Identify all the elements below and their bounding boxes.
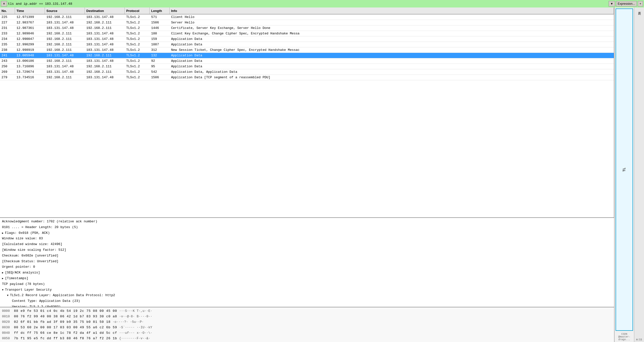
detail-line: [Checksum Status: Unverified] [2, 259, 612, 265]
table-row[interactable]: 23312.989846192.168.2.111183.131.147.48T… [0, 31, 614, 36]
packet-rows[interactable]: 22512.971399192.168.2.111183.131.147.48T… [0, 14, 614, 217]
detail-line[interactable]: Transport Layer Security [2, 287, 612, 293]
hex-offset: 0010 [2, 314, 12, 319]
packet-cell: 312 [150, 48, 170, 52]
table-row[interactable]: 22512.971399192.168.2.111183.131.147.48T… [0, 14, 614, 20]
table-row[interactable]: 25013.716896183.131.147.48192.168.2.111T… [0, 64, 614, 69]
watermark: CSDN @master-drago... [616, 333, 633, 341]
detail-line[interactable]: TLSv1.2 Record Layer: Application Data P… [2, 293, 612, 298]
detail-panel[interactable]: Acknowledgment number: 1702 (relative ac… [0, 218, 614, 307]
table-row[interactable]: 23812.998919192.168.2.111183.131.147.48T… [0, 47, 614, 53]
table-row[interactable]: 23512.990299192.168.2.111183.131.147.48T… [0, 42, 614, 47]
packet-cell: 183.131.147.48 [45, 21, 85, 24]
filter-dropdown-btn[interactable]: ▼ [608, 1, 615, 6]
hex-ascii: ·v··@·8· B····0·· [119, 314, 152, 319]
packet-cell: TLSv1.2 [125, 59, 150, 63]
detail-line: [Calculated window size: 42496] [2, 242, 612, 247]
packet-list-panel: No. Time Source Destination Protocol Len… [0, 7, 614, 217]
column-headers: No. Time Source Destination Protocol Len… [0, 7, 614, 14]
packet-cell: 12.983767 [15, 21, 45, 24]
packet-cell: TLSv1.2 [125, 15, 150, 19]
hex-line: 003000 53 60 2e 00 00 17 03 03 00 49 55 … [2, 325, 612, 330]
detail-line: Version: TLS 1.2 (0x0303) [2, 304, 612, 307]
hex-offset: 0050 [2, 336, 12, 341]
table-row[interactable]: 24313.006186192.168.2.111183.131.147.48T… [0, 58, 614, 64]
packet-cell: 234 [0, 37, 15, 41]
filter-close-btn[interactable]: ✕ [1, 1, 7, 6]
col-length: Length [150, 7, 170, 14]
packet-cell: 12.971399 [15, 15, 45, 19]
table-row[interactable]: 24113.005948183.131.147.48192.168.2.111T… [0, 53, 614, 58]
packet-cell: TLSv1.2 [125, 75, 150, 79]
hex-line: 000088 e9 fe 53 01 c4 0c 4b 54 19 2c 75 … [2, 308, 612, 314]
packet-cell: 183.131.147.48 [85, 32, 125, 35]
packet-cell: 13.734516 [15, 75, 45, 79]
hex-offset: 0030 [2, 325, 12, 330]
packet-cell: 1506 [150, 75, 170, 79]
packet-cell: Application Data [170, 37, 614, 41]
packet-cell: Certificate, Server Key Exchange, Server… [170, 26, 614, 30]
detail-line[interactable]: Flags: 0x018 (PSH, ACK) [2, 230, 612, 236]
packet-cell: 241 [0, 54, 15, 57]
table-row[interactable]: 23112.987361183.131.147.48192.168.2.111T… [0, 25, 614, 31]
packet-cell: 233 [0, 32, 15, 35]
packet-cell: 192.168.2.111 [45, 75, 85, 79]
packet-cell: Application Data [170, 59, 614, 63]
packet-cell: 250 [0, 64, 15, 68]
packet-cell: 12.987361 [15, 26, 45, 30]
table-row[interactable]: 26913.729674183.131.147.48192.168.2.111T… [0, 69, 614, 75]
packet-cell: 159 [150, 37, 170, 41]
packet-cell: 238 [0, 48, 15, 52]
expression-btn[interactable]: Expression... [616, 1, 637, 6]
packet-cell: New Session Ticket, Change Cipher Spec, … [170, 48, 614, 52]
packet-cell: 13.006186 [15, 59, 45, 63]
hex-offset: 0000 [2, 308, 12, 314]
packet-cell: 243 [0, 59, 15, 63]
col-protocol: Protocol [125, 7, 150, 14]
sidebar-tl-label: TL [622, 168, 626, 172]
hex-bytes: ff dc ff 75 66 ce 8e 1c 78 f2 da 4f a1 d… [14, 330, 117, 336]
packet-cell: 192.168.2.111 [85, 64, 125, 68]
hex-ascii: {········F·v··&· [119, 336, 150, 341]
packet-cell: 183.131.147.48 [45, 64, 85, 68]
detail-line: Urgent pointer: 0 [2, 264, 612, 270]
packet-cell: TLSv1.2 [125, 64, 150, 68]
detail-line: 0101 .... = Header Length: 20 bytes (5) [2, 225, 612, 230]
packet-cell: TLSv1.2 [125, 37, 150, 41]
packet-cell: TLSv1.2 [125, 70, 150, 74]
table-row[interactable]: 23412.990047192.168.2.111183.131.147.48T… [0, 36, 614, 42]
packet-cell: 1506 [150, 21, 170, 24]
packet-cell: 183.131.147.48 [45, 70, 85, 74]
detail-line: Content Type: Application Data (23) [2, 298, 612, 304]
packet-cell: 542 [150, 70, 170, 74]
packet-cell: 13.729674 [15, 70, 45, 74]
packet-cell: 279 [0, 75, 15, 79]
packet-cell: 180 [150, 32, 170, 35]
col-no: No. [0, 7, 15, 14]
table-row[interactable]: 22712.983767183.131.147.48192.168.2.111T… [0, 20, 614, 25]
hex-ascii: ·o····?· ·5u··P· [112, 319, 144, 325]
packet-cell: 183.131.147.48 [45, 54, 85, 57]
packet-cell: 183.131.147.48 [85, 37, 125, 41]
hex-line: 0040ff dc ff 75 66 ce 8e 1c 78 f2 da 4f … [2, 330, 612, 336]
packet-cell: Client Key Exchange, Change Cipher Spec,… [170, 32, 614, 35]
table-row[interactable]: 27913.734516192.168.2.111183.131.147.48T… [0, 75, 614, 80]
hex-bytes: 7b f1 95 e5 fc dd ff b3 88 46 f8 76 a7 f… [14, 336, 117, 341]
packet-cell: 192.168.2.111 [85, 70, 125, 74]
packet-cell: 132 [150, 54, 170, 57]
detail-line[interactable]: [Timestamps] [2, 276, 612, 282]
col-destination: Destination [85, 7, 125, 14]
packet-cell: 183.131.147.48 [85, 48, 125, 52]
filter-input[interactable] [8, 2, 608, 6]
edge-panel: 历史 a:11 [634, 7, 644, 342]
hex-bytes: 02 6f 01 bb fb ad 3f 09 b9 35 75 b0 81 5… [14, 319, 110, 325]
hex-bytes: 88 e9 fe 53 01 c4 0c 4b 54 19 2c 75 08 0… [14, 308, 117, 314]
packet-cell: 231 [0, 26, 15, 30]
detail-line[interactable]: [SEQ/ACK analysis] [2, 270, 612, 276]
packet-cell: Application Data [170, 43, 614, 46]
add-filter-btn[interactable]: + [638, 1, 643, 6]
packet-cell: 192.168.2.111 [85, 26, 125, 30]
packet-cell: 1087 [150, 43, 170, 46]
packet-cell: Application Data, Application Data [170, 70, 614, 74]
hex-line: 00507b f1 95 e5 fc dd ff b3 88 46 f8 76 … [2, 336, 612, 341]
